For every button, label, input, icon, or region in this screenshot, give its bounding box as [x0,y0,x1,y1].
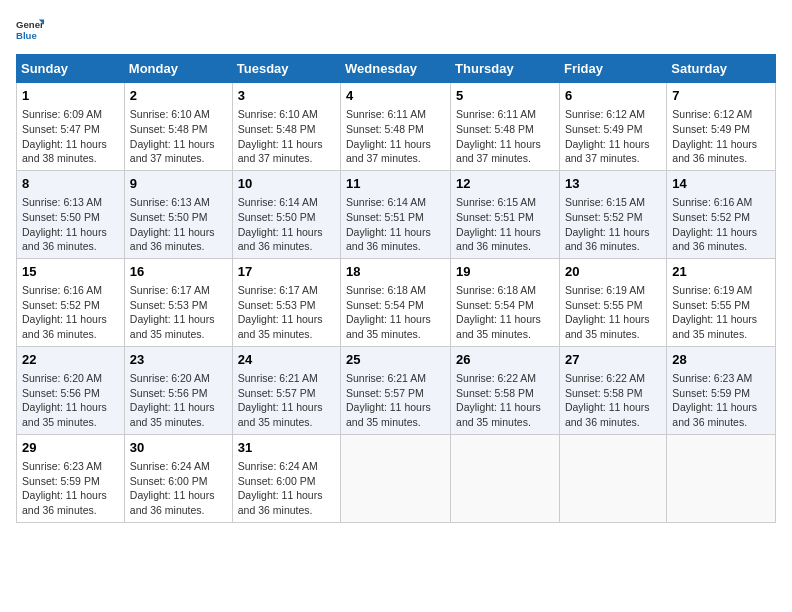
day-info: Sunrise: 6:17 AMSunset: 5:53 PMDaylight:… [130,283,227,342]
day-info: Sunrise: 6:23 AMSunset: 5:59 PMDaylight:… [672,371,770,430]
day-info: Sunrise: 6:14 AMSunset: 5:51 PMDaylight:… [346,195,445,254]
logo: General Blue [16,16,48,44]
day-number: 29 [22,439,119,457]
day-number: 30 [130,439,227,457]
day-number: 21 [672,263,770,281]
calendar-cell: 23Sunrise: 6:20 AMSunset: 5:56 PMDayligh… [124,346,232,434]
day-info: Sunrise: 6:24 AMSunset: 6:00 PMDaylight:… [130,459,227,518]
calendar: SundayMondayTuesdayWednesdayThursdayFrid… [16,54,776,523]
calendar-cell: 1Sunrise: 6:09 AMSunset: 5:47 PMDaylight… [17,83,125,171]
day-info: Sunrise: 6:19 AMSunset: 5:55 PMDaylight:… [565,283,661,342]
day-number: 11 [346,175,445,193]
day-info: Sunrise: 6:18 AMSunset: 5:54 PMDaylight:… [456,283,554,342]
day-info: Sunrise: 6:21 AMSunset: 5:57 PMDaylight:… [346,371,445,430]
svg-text:General: General [16,19,44,30]
day-number: 6 [565,87,661,105]
day-info: Sunrise: 6:11 AMSunset: 5:48 PMDaylight:… [456,107,554,166]
calendar-cell: 30Sunrise: 6:24 AMSunset: 6:00 PMDayligh… [124,434,232,522]
day-info: Sunrise: 6:19 AMSunset: 5:55 PMDaylight:… [672,283,770,342]
day-number: 28 [672,351,770,369]
day-number: 27 [565,351,661,369]
calendar-cell: 19Sunrise: 6:18 AMSunset: 5:54 PMDayligh… [451,258,560,346]
calendar-cell: 27Sunrise: 6:22 AMSunset: 5:58 PMDayligh… [559,346,666,434]
day-number: 16 [130,263,227,281]
day-number: 5 [456,87,554,105]
weekday-header-wednesday: Wednesday [341,55,451,83]
calendar-cell: 31Sunrise: 6:24 AMSunset: 6:00 PMDayligh… [232,434,340,522]
day-info: Sunrise: 6:16 AMSunset: 5:52 PMDaylight:… [672,195,770,254]
day-number: 4 [346,87,445,105]
weekday-header-row: SundayMondayTuesdayWednesdayThursdayFrid… [17,55,776,83]
calendar-cell: 9Sunrise: 6:13 AMSunset: 5:50 PMDaylight… [124,170,232,258]
header: General Blue [16,16,776,44]
calendar-cell: 6Sunrise: 6:12 AMSunset: 5:49 PMDaylight… [559,83,666,171]
day-number: 31 [238,439,335,457]
day-number: 24 [238,351,335,369]
calendar-cell [341,434,451,522]
day-info: Sunrise: 6:10 AMSunset: 5:48 PMDaylight:… [238,107,335,166]
day-number: 2 [130,87,227,105]
calendar-cell: 21Sunrise: 6:19 AMSunset: 5:55 PMDayligh… [667,258,776,346]
weekday-header-friday: Friday [559,55,666,83]
day-info: Sunrise: 6:13 AMSunset: 5:50 PMDaylight:… [130,195,227,254]
day-info: Sunrise: 6:18 AMSunset: 5:54 PMDaylight:… [346,283,445,342]
calendar-cell: 15Sunrise: 6:16 AMSunset: 5:52 PMDayligh… [17,258,125,346]
day-number: 26 [456,351,554,369]
day-info: Sunrise: 6:15 AMSunset: 5:52 PMDaylight:… [565,195,661,254]
calendar-cell: 11Sunrise: 6:14 AMSunset: 5:51 PMDayligh… [341,170,451,258]
calendar-cell [559,434,666,522]
calendar-cell: 24Sunrise: 6:21 AMSunset: 5:57 PMDayligh… [232,346,340,434]
calendar-cell: 10Sunrise: 6:14 AMSunset: 5:50 PMDayligh… [232,170,340,258]
day-number: 12 [456,175,554,193]
day-number: 13 [565,175,661,193]
week-row-1: 1Sunrise: 6:09 AMSunset: 5:47 PMDaylight… [17,83,776,171]
day-number: 15 [22,263,119,281]
calendar-cell: 20Sunrise: 6:19 AMSunset: 5:55 PMDayligh… [559,258,666,346]
calendar-cell: 12Sunrise: 6:15 AMSunset: 5:51 PMDayligh… [451,170,560,258]
calendar-cell: 5Sunrise: 6:11 AMSunset: 5:48 PMDaylight… [451,83,560,171]
calendar-cell: 17Sunrise: 6:17 AMSunset: 5:53 PMDayligh… [232,258,340,346]
day-info: Sunrise: 6:24 AMSunset: 6:00 PMDaylight:… [238,459,335,518]
calendar-cell: 3Sunrise: 6:10 AMSunset: 5:48 PMDaylight… [232,83,340,171]
calendar-cell: 18Sunrise: 6:18 AMSunset: 5:54 PMDayligh… [341,258,451,346]
week-row-2: 8Sunrise: 6:13 AMSunset: 5:50 PMDaylight… [17,170,776,258]
calendar-cell: 7Sunrise: 6:12 AMSunset: 5:49 PMDaylight… [667,83,776,171]
calendar-cell: 13Sunrise: 6:15 AMSunset: 5:52 PMDayligh… [559,170,666,258]
day-number: 3 [238,87,335,105]
day-info: Sunrise: 6:22 AMSunset: 5:58 PMDaylight:… [565,371,661,430]
day-info: Sunrise: 6:22 AMSunset: 5:58 PMDaylight:… [456,371,554,430]
day-info: Sunrise: 6:10 AMSunset: 5:48 PMDaylight:… [130,107,227,166]
calendar-cell [451,434,560,522]
day-number: 20 [565,263,661,281]
day-info: Sunrise: 6:23 AMSunset: 5:59 PMDaylight:… [22,459,119,518]
day-info: Sunrise: 6:14 AMSunset: 5:50 PMDaylight:… [238,195,335,254]
day-info: Sunrise: 6:12 AMSunset: 5:49 PMDaylight:… [672,107,770,166]
day-info: Sunrise: 6:17 AMSunset: 5:53 PMDaylight:… [238,283,335,342]
weekday-header-monday: Monday [124,55,232,83]
calendar-cell: 16Sunrise: 6:17 AMSunset: 5:53 PMDayligh… [124,258,232,346]
calendar-cell: 4Sunrise: 6:11 AMSunset: 5:48 PMDaylight… [341,83,451,171]
svg-text:Blue: Blue [16,30,37,41]
weekday-header-tuesday: Tuesday [232,55,340,83]
weekday-header-saturday: Saturday [667,55,776,83]
day-info: Sunrise: 6:21 AMSunset: 5:57 PMDaylight:… [238,371,335,430]
calendar-cell: 25Sunrise: 6:21 AMSunset: 5:57 PMDayligh… [341,346,451,434]
day-info: Sunrise: 6:09 AMSunset: 5:47 PMDaylight:… [22,107,119,166]
week-row-3: 15Sunrise: 6:16 AMSunset: 5:52 PMDayligh… [17,258,776,346]
weekday-header-sunday: Sunday [17,55,125,83]
logo-icon: General Blue [16,16,44,44]
calendar-cell: 29Sunrise: 6:23 AMSunset: 5:59 PMDayligh… [17,434,125,522]
day-info: Sunrise: 6:15 AMSunset: 5:51 PMDaylight:… [456,195,554,254]
weekday-header-thursday: Thursday [451,55,560,83]
calendar-cell: 28Sunrise: 6:23 AMSunset: 5:59 PMDayligh… [667,346,776,434]
day-number: 10 [238,175,335,193]
week-row-4: 22Sunrise: 6:20 AMSunset: 5:56 PMDayligh… [17,346,776,434]
day-number: 14 [672,175,770,193]
calendar-cell: 2Sunrise: 6:10 AMSunset: 5:48 PMDaylight… [124,83,232,171]
day-number: 19 [456,263,554,281]
day-number: 9 [130,175,227,193]
day-info: Sunrise: 6:16 AMSunset: 5:52 PMDaylight:… [22,283,119,342]
day-number: 18 [346,263,445,281]
day-number: 23 [130,351,227,369]
day-info: Sunrise: 6:20 AMSunset: 5:56 PMDaylight:… [22,371,119,430]
